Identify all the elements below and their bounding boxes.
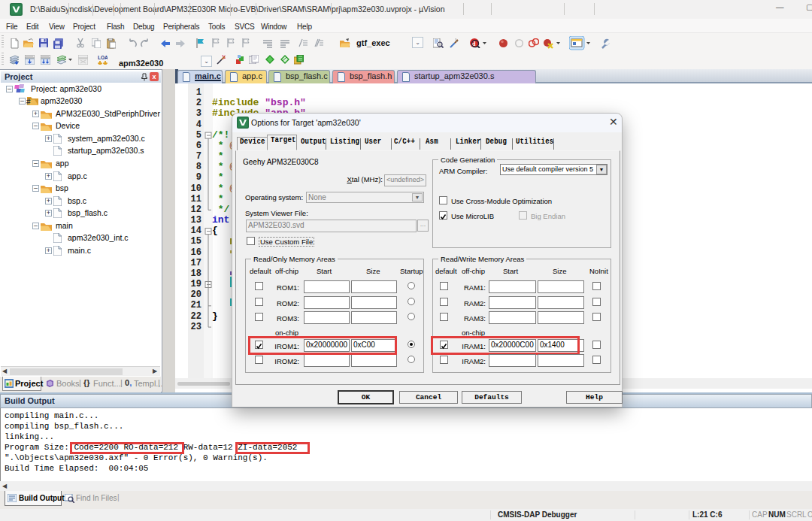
svg-text:#: # [26, 98, 31, 105]
svg-text:LOAD: LOAD [98, 55, 108, 60]
